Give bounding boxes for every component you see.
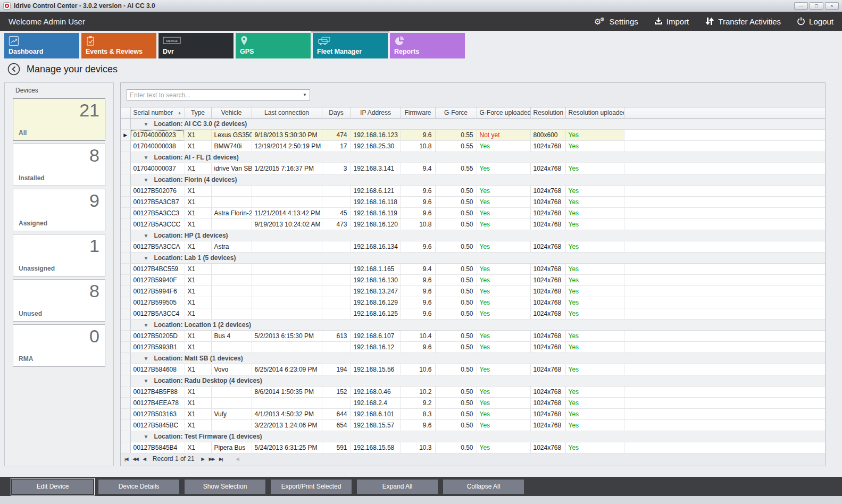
collapse-icon[interactable]: ▼ — [144, 356, 149, 362]
tab-gps[interactable]: GPS — [236, 33, 311, 58]
tab-fleet-manager[interactable]: Fleet Manager — [313, 33, 388, 58]
export-print-selected-button[interactable]: Export/Print Selected — [271, 480, 352, 494]
search-input[interactable] — [127, 91, 300, 99]
group-row[interactable]: ▼Location: Lab 1 (5 devices) — [121, 253, 825, 264]
column-header-last-connection[interactable]: Last connection — [252, 107, 322, 119]
edit-device-button[interactable]: Edit Device — [12, 480, 93, 494]
import-button[interactable]: Import — [654, 17, 689, 26]
sidebar-card-assigned[interactable]: 9Assigned — [13, 189, 105, 231]
collapse-all-button[interactable]: Collapse All — [443, 480, 524, 494]
next-page-button[interactable]: ▶▶ — [209, 457, 214, 461]
hscroll-left-button[interactable]: ◀ — [236, 457, 238, 461]
cell-type: X1 — [185, 208, 211, 219]
column-header-firmware[interactable]: Firmware — [401, 107, 435, 119]
sidebar-card-all[interactable]: 21All — [13, 98, 105, 141]
device-row[interactable]: 00127B5A3CCCX19/19/2013 10:24:02 AM47319… — [121, 219, 825, 230]
row-indicator — [121, 409, 130, 420]
expand-all-button[interactable]: Expand All — [357, 480, 438, 494]
cell-g-force-uploaded: Yes — [477, 364, 530, 375]
tab-dashboard[interactable]: Dashboard — [4, 33, 79, 58]
device-row[interactable]: 00127B5A3CCAX1Astra192.168.16.1349.60.50… — [121, 241, 825, 253]
group-row[interactable]: ▼Location: Radu Desktop (4 devices) — [121, 375, 825, 387]
device-row[interactable]: ▶017040000023X1Lexus GS3509/18/2013 5:30… — [121, 130, 825, 141]
cell-resolution-uploaded: Yes — [565, 331, 624, 342]
device-row[interactable]: 00127B4EEA78X1192.168.2.49.20.50Yes1024x… — [121, 398, 825, 409]
column-header-serial-number[interactable]: Serial number▲ — [130, 107, 185, 119]
group-row[interactable]: ▼Location: Al - FL (1 devices) — [121, 152, 825, 163]
device-row[interactable]: 017040000038X1BMW740i12/19/2014 2:50:19 … — [121, 141, 825, 152]
sidebar-card-unused[interactable]: 8Unused — [13, 279, 105, 322]
device-row[interactable]: 00127B5845B4X1Pipera Bus5/24/2013 6:31:2… — [121, 442, 825, 453]
cell-days — [322, 286, 351, 297]
device-row[interactable]: 00127B4B5F88X18/6/2014 1:50:35 PM152192.… — [121, 387, 825, 398]
close-button[interactable]: × — [825, 2, 839, 10]
cell-ip-address: 192.168.16.130 — [351, 275, 401, 286]
device-row[interactable]: 00127B5994F6X1192.168.13.2479.60.50Yes10… — [121, 286, 825, 297]
collapse-icon[interactable]: ▼ — [144, 434, 149, 440]
collapse-icon[interactable]: ▼ — [144, 322, 149, 328]
cell-last-connection: 5/24/2013 6:31:25 PM — [252, 442, 322, 453]
cell-firmware: 9.6 — [401, 208, 435, 219]
group-row[interactable]: ▼Location: Location 1 (2 devices) — [121, 320, 825, 331]
last-record-button[interactable]: ▶| — [219, 457, 222, 461]
settings-button[interactable]: ⚙⚙Settings — [594, 16, 638, 26]
column-header-days[interactable]: Days — [322, 107, 351, 119]
tab-dvr[interactable]: MERGEDvr — [159, 33, 234, 58]
prev-record-button[interactable]: ◀ — [143, 457, 146, 461]
transfer-activities-button[interactable]: Transfer Activities — [705, 17, 781, 26]
device-row[interactable]: 00127B502076X1192.168.6.1219.60.50Yes102… — [121, 186, 825, 197]
column-header-resolution[interactable]: Resolution — [530, 107, 565, 119]
collapse-icon[interactable]: ▼ — [144, 177, 149, 183]
device-row[interactable]: 00127B5A3CC3X1Astra Florin-211/21/2014 4… — [121, 208, 825, 219]
collapse-icon[interactable]: ▼ — [144, 378, 149, 384]
collapse-icon[interactable]: ▼ — [144, 233, 149, 239]
cell-vehicle: Lexus GS350 — [211, 130, 252, 141]
sidebar-card-installed[interactable]: 8Installed — [13, 144, 105, 186]
next-record-button[interactable]: ▶ — [202, 457, 204, 461]
row-indicator — [121, 387, 130, 398]
device-row[interactable]: 00127B50205DX1Bus 45/2/2013 6:15:30 PM61… — [121, 331, 825, 342]
device-row[interactable]: 00127B5845BCX13/22/2013 1:24:06 PM654192… — [121, 420, 825, 431]
minimize-button[interactable]: — — [794, 2, 808, 10]
device-row[interactable]: 00127B5A3CC4X1192.168.16.1259.60.50Yes10… — [121, 308, 825, 320]
group-row[interactable]: ▼Location: Matt SB (1 devices) — [121, 353, 825, 364]
show-selection-button[interactable]: Show Selection — [185, 480, 265, 494]
prev-page-button[interactable]: ◀◀ — [132, 457, 138, 461]
device-row[interactable]: 00127B4BC559X1192.168.1.1659.40.50Yes102… — [121, 264, 825, 275]
device-row[interactable]: 00127B5993B1X1192.168.16.129.60.50Yes102… — [121, 342, 825, 353]
maximize-button[interactable]: □ — [810, 2, 823, 10]
group-row[interactable]: ▼Location: Test Firmware (1 devices) — [121, 431, 825, 442]
column-header-g-force-uploaded[interactable]: G-Force uploaded — [477, 107, 530, 119]
device-row[interactable]: 00127B5A3CB7X1192.168.16.1189.60.50Yes10… — [121, 197, 825, 208]
card-count: 21 — [79, 100, 99, 121]
first-record-button[interactable]: |◀ — [124, 457, 128, 461]
device-row[interactable]: 00127B599505X1192.168.16.1299.60.50Yes10… — [121, 297, 825, 308]
sidebar-card-unassigned[interactable]: 1Unassigned — [13, 234, 105, 276]
group-row[interactable]: ▼Location: Florin (4 devices) — [121, 174, 825, 186]
sidebar-card-rma[interactable]: 0RMA — [13, 324, 105, 367]
column-header-type[interactable]: Type — [185, 107, 211, 119]
logout-button[interactable]: Logout — [797, 17, 833, 26]
group-row[interactable]: ▼Location: HP (1 devices) — [121, 230, 825, 241]
device-details-button[interactable]: Device Details — [98, 480, 179, 494]
cell-serial-number: 00127B5845BC — [130, 420, 185, 431]
tab-reports[interactable]: Reports — [390, 33, 465, 58]
tab-events-reviews[interactable]: Events & Reviews — [81, 33, 156, 58]
cell-resolution-uploaded: Yes — [565, 130, 624, 141]
cell-ip-address: 192.168.16.119 — [351, 208, 401, 219]
cell-resolution-uploaded: Yes — [565, 219, 624, 230]
column-header-g-force[interactable]: G-Force — [435, 107, 477, 119]
device-row[interactable]: 017040000037X1idrive Van SB1/2/2015 7:16… — [121, 163, 825, 174]
column-header-resolution-uploaded[interactable]: Resolution uploaded — [565, 107, 624, 119]
back-button[interactable] — [7, 63, 20, 75]
search-dropdown-button[interactable]: ▼ — [300, 93, 310, 97]
device-row[interactable]: 00127B59940FX1192.168.16.1309.60.50Yes10… — [121, 275, 825, 286]
collapse-icon[interactable]: ▼ — [144, 121, 149, 127]
collapse-icon[interactable]: ▼ — [144, 155, 149, 161]
device-row[interactable]: 00127B503163X1Vufy4/1/2013 4:50:32 PM644… — [121, 409, 825, 420]
column-header-vehicle[interactable]: Vehicle — [211, 107, 252, 119]
collapse-icon[interactable]: ▼ — [144, 255, 149, 261]
group-row[interactable]: ▼Location: Al CC 3.0 (2 devices) — [121, 119, 825, 130]
column-header-ip-address[interactable]: IP Address — [351, 107, 401, 119]
device-row[interactable]: 00127B584608X1Vovo6/25/2014 6:23:09 PM19… — [121, 364, 825, 375]
